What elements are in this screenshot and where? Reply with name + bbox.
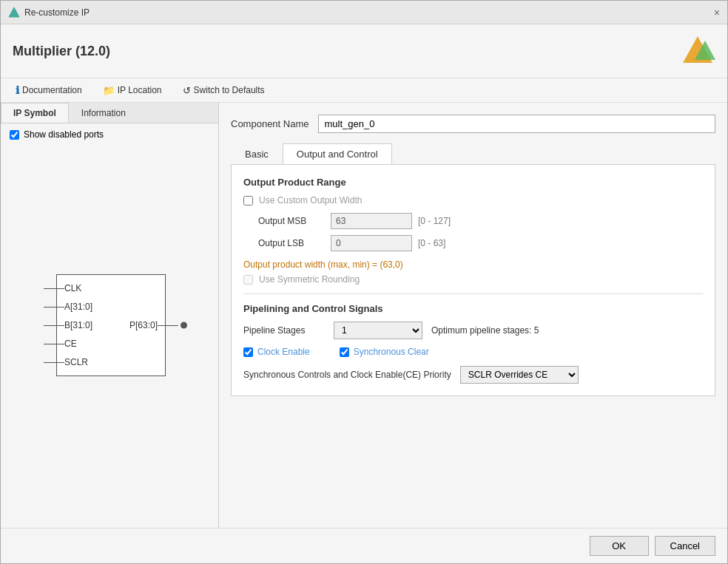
synchronous-clear-item: Synchronous Clear <box>340 347 429 357</box>
priority-select[interactable]: SCLR Overrides CE CE Overrides SCLR <box>460 366 579 384</box>
show-disabled-checkbox[interactable] <box>10 130 19 140</box>
output-lsb-range: [0 - 63] <box>418 238 445 248</box>
tab-output-control[interactable]: Output and Control <box>283 143 392 164</box>
port-a-label: A[31:0] <box>64 302 92 312</box>
synchronous-clear-checkbox[interactable] <box>340 347 349 357</box>
clock-enable-checkbox[interactable] <box>243 347 253 357</box>
tab-basic[interactable]: Basic <box>231 143 283 164</box>
port-clk: CLK <box>64 281 158 296</box>
output-msb-input[interactable] <box>331 213 412 229</box>
port-sclr-label: SCLR <box>64 357 88 367</box>
logo-icon <box>680 33 715 69</box>
app-title: Multiplier (12.0) <box>13 44 110 59</box>
port-ce: CE <box>64 336 158 351</box>
app-icon <box>8 7 20 18</box>
switch-to-defaults-button[interactable]: ↺ Switch to Defaults <box>180 84 268 98</box>
ok-button[interactable]: OK <box>590 536 649 556</box>
documentation-label: Documentation <box>22 85 82 95</box>
port-clk-label: CLK <box>64 283 81 293</box>
pipeline-stages-select[interactable]: 1 2 3 4 5 <box>334 322 422 339</box>
output-msb-range: [0 - 127] <box>418 216 451 226</box>
output-msb-label: Output MSB <box>258 216 325 226</box>
clock-enable-item: Clock Enable <box>243 347 310 357</box>
ip-location-button[interactable]: 📁 IP Location <box>100 84 165 98</box>
pipelining-title: Pipelining and Control Signals <box>243 303 703 314</box>
tab-information[interactable]: Information <box>69 103 138 123</box>
symmetric-rounding-checkbox[interactable] <box>243 275 253 285</box>
optimum-stages-text: Optimum pipeline stages: 5 <box>431 325 539 336</box>
port-b-label: B[31:0] <box>64 320 92 330</box>
output-width-info: Output product width (max, min) = (63,0) <box>243 259 403 270</box>
cancel-button[interactable]: Cancel <box>655 536 715 556</box>
use-custom-output-label: Use Custom Output Width <box>259 195 362 205</box>
port-ce-label: CE <box>64 339 77 349</box>
pipeline-stages-label: Pipeline Stages <box>243 325 325 336</box>
svg-marker-0 <box>9 7 19 17</box>
show-disabled-label: Show disabled ports <box>24 129 104 140</box>
output-lsb-label: Output LSB <box>258 238 325 248</box>
clock-enable-label: Clock Enable <box>257 347 310 357</box>
window-title: Re-customize IP <box>24 7 90 18</box>
documentation-button[interactable]: ℹ Documentation <box>13 83 85 98</box>
component-name-input[interactable] <box>318 115 716 133</box>
port-sclr: SCLR <box>64 355 158 370</box>
port-a: A[31:0] <box>64 299 158 314</box>
output-lsb-input[interactable] <box>331 235 412 251</box>
refresh-icon: ↺ <box>183 85 191 96</box>
use-custom-output-checkbox[interactable] <box>243 196 253 205</box>
port-b-p: B[31:0] P[63:0] <box>64 318 158 333</box>
info-icon: ℹ <box>16 84 19 96</box>
priority-label: Synchronous Controls and Clock Enable(CE… <box>243 370 451 380</box>
symmetric-rounding-label: Use Symmetric Rounding <box>259 274 360 285</box>
output-product-range-title: Output Product Range <box>243 177 703 188</box>
ip-location-label: IP Location <box>118 85 162 95</box>
tab-ip-symbol[interactable]: IP Symbol <box>1 103 69 123</box>
close-button[interactable]: × <box>714 7 720 18</box>
switch-to-defaults-label: Switch to Defaults <box>194 85 265 95</box>
folder-icon: 📁 <box>103 85 115 96</box>
port-p-label: P[63:0] <box>129 320 158 330</box>
component-name-label: Component Name <box>231 118 309 129</box>
synchronous-clear-label: Synchronous Clear <box>354 347 429 357</box>
